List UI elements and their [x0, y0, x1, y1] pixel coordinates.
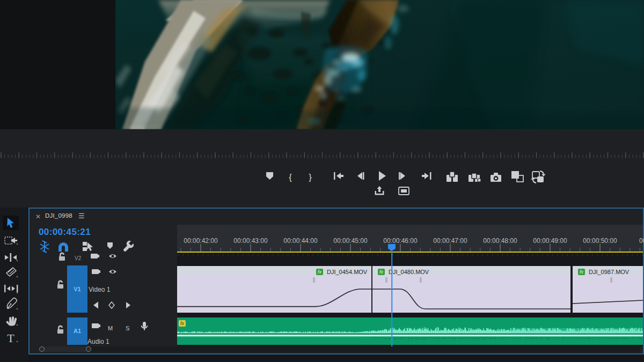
svg-text:T: T	[7, 331, 14, 345]
svg-text:{: {	[289, 172, 292, 182]
svg-text:}: }	[309, 172, 312, 182]
